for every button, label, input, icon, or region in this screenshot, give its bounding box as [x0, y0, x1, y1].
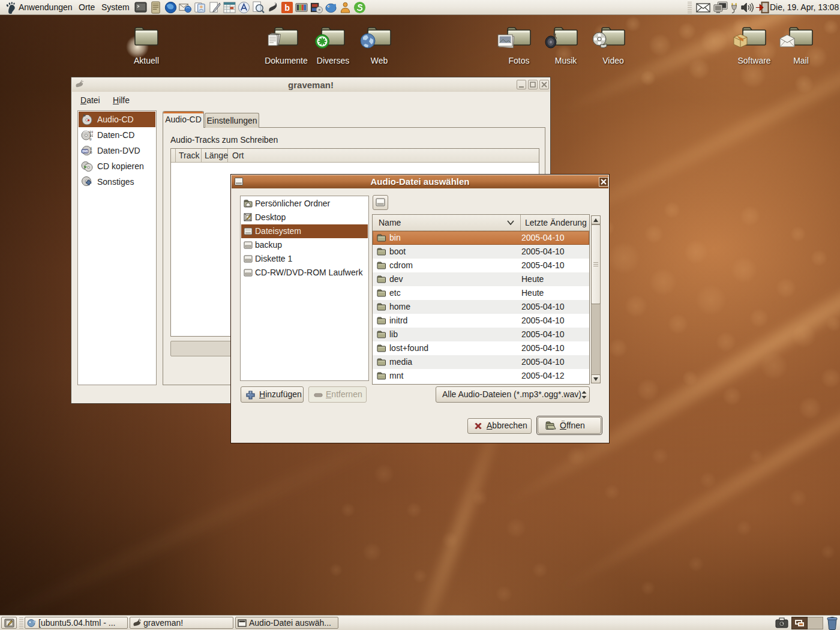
svg-text:b: b	[284, 3, 290, 13]
svg-text:0: 0	[90, 151, 92, 155]
svg-text:0: 0	[89, 137, 92, 141]
svg-text:1: 1	[90, 146, 92, 151]
svg-text:DVD: DVD	[82, 150, 88, 153]
